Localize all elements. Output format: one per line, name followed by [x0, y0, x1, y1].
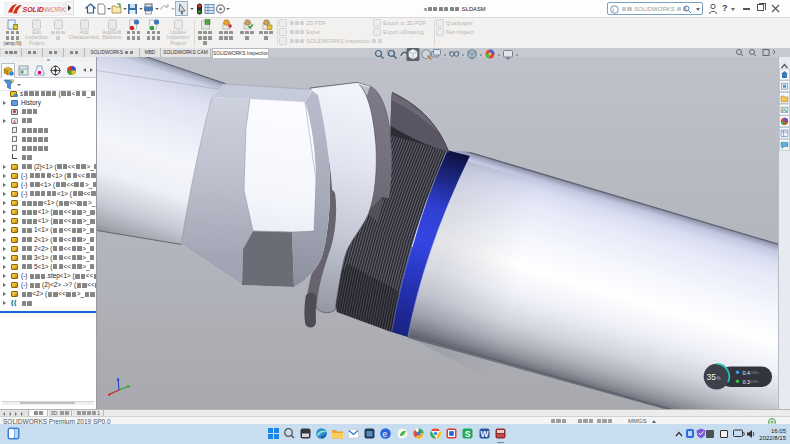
- svg-text:WORKS: WORKS: [44, 6, 66, 13]
- svg-text:i: i: [613, 7, 614, 13]
- svg-text:0.3: 0.3: [743, 379, 751, 385]
- svg-text:KB/s: KB/s: [751, 371, 759, 375]
- svg-text:e: e: [383, 429, 388, 439]
- svg-text:0.4: 0.4: [743, 370, 751, 376]
- svg-text:SOLID: SOLID: [23, 6, 44, 13]
- svg-text:W: W: [481, 429, 490, 439]
- svg-text:%: %: [717, 376, 721, 381]
- svg-text:35: 35: [707, 372, 717, 382]
- svg-text:KB/s: KB/s: [751, 380, 759, 384]
- svg-text:S: S: [465, 429, 471, 439]
